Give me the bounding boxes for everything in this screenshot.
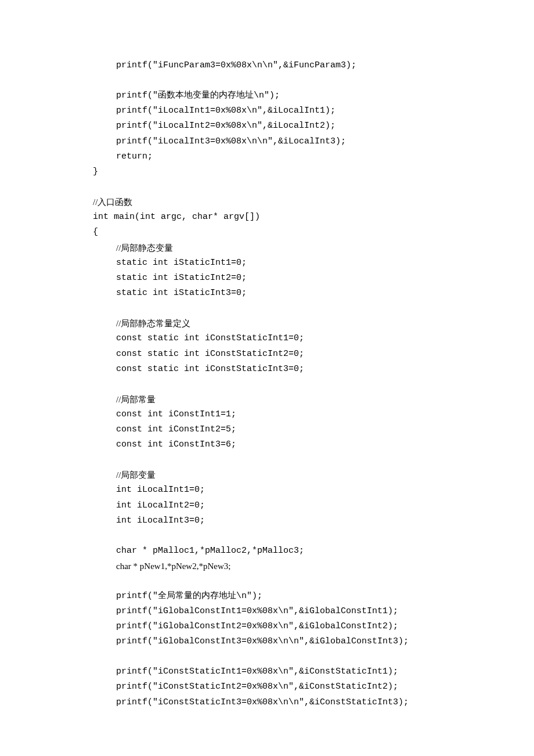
comment-local-static-const: //局部静态常量定义 <box>93 316 459 331</box>
blank-line <box>93 528 459 543</box>
code-line: char * pNew1,*pNew2,*pNew3; <box>93 559 459 574</box>
blank-line <box>93 377 459 392</box>
code-line: printf("iGlobalConstInt1=0x%08x\n",&iGlo… <box>93 604 459 619</box>
blank-line <box>93 650 459 665</box>
code-line: int iLocalInt2=0; <box>93 498 459 513</box>
comment-entry-function: //入口函数 <box>93 195 459 210</box>
code-line: const static int iConstStaticInt3=0; <box>93 362 459 377</box>
comment-local-var: //局部变量 <box>93 467 459 483</box>
code-line: int iLocalInt1=0; <box>93 483 459 498</box>
code-line: printf("iFuncParam3=0x%08x\n\n",&iFuncPa… <box>93 58 459 73</box>
code-line: { <box>93 225 459 240</box>
code-line: printf("iLocalInt3=0x%08x\n\n",&iLocalIn… <box>93 134 459 149</box>
code-line: const static int iConstStaticInt1=0; <box>93 331 459 346</box>
comment-local-static-var: //局部静态变量 <box>93 240 459 255</box>
blank-line <box>93 301 459 316</box>
code-line: printf("iLocalInt2=0x%08x\n",&iLocalInt2… <box>93 118 459 134</box>
code-line: printf("函数本地变量的内存地址\n"); <box>93 88 459 103</box>
code-line: const static int iConstStaticInt2=0; <box>93 347 459 362</box>
code-line: printf("iLocalInt1=0x%08x\n",&iLocalInt1… <box>93 103 459 118</box>
blank-line <box>93 73 459 88</box>
code-line: static int iStaticInt3=0; <box>93 286 459 301</box>
code-line: } <box>93 164 459 179</box>
code-block: printf("iFuncParam3=0x%08x\n\n",&iFuncPa… <box>93 58 459 710</box>
code-line: int iLocalInt3=0; <box>93 513 459 528</box>
code-line: const int iConstInt3=6; <box>93 437 459 452</box>
code-line: printf("iGlobalConstInt2=0x%08x\n",&iGlo… <box>93 619 459 634</box>
code-line: printf("全局常量的内存地址\n"); <box>93 589 459 604</box>
code-line: printf("iGlobalConstInt3=0x%08x\n\n",&iG… <box>93 634 459 649</box>
code-line: printf("iConstStaticInt1=0x%08x\n",&iCon… <box>93 664 459 679</box>
code-line: static int iStaticInt2=0; <box>93 271 459 286</box>
code-line: return; <box>93 149 459 164</box>
code-line: int main(int argc, char* argv[]) <box>93 210 459 225</box>
code-line: printf("iConstStaticInt3=0x%08x\n\n",&iC… <box>93 695 459 710</box>
blank-line <box>93 179 459 195</box>
blank-line <box>93 574 459 589</box>
code-line: static int iStaticInt1=0; <box>93 255 459 271</box>
comment-local-const: //局部常量 <box>93 392 459 407</box>
code-line: const int iConstInt1=1; <box>93 407 459 422</box>
blank-line <box>93 453 459 468</box>
code-line: const int iConstInt2=5; <box>93 422 459 437</box>
code-line: printf("iConstStaticInt2=0x%08x\n",&iCon… <box>93 679 459 694</box>
code-line: char * pMalloc1,*pMalloc2,*pMalloc3; <box>93 543 459 559</box>
